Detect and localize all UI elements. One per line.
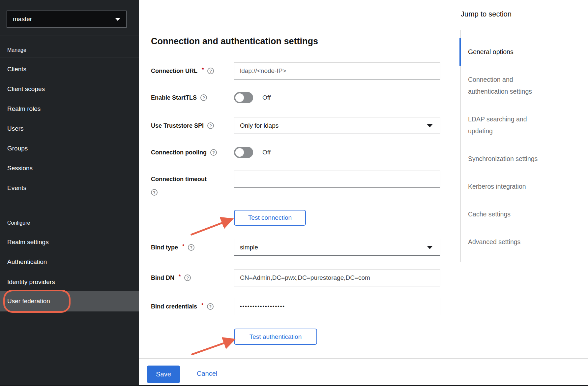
connection-pooling-state: Off (262, 149, 271, 156)
help-icon[interactable]: ? (207, 303, 214, 310)
sidebar-divider (0, 232, 139, 232)
sidebar-item-groups[interactable]: Groups (7, 144, 28, 153)
sidebar-section-configure: Configure (7, 218, 30, 228)
truststore-spi-value: Only for ldaps (240, 122, 279, 129)
connection-url-input[interactable] (234, 62, 440, 80)
truststore-spi-label: Use Truststore SPI ? (151, 117, 214, 134)
help-icon[interactable]: ? (207, 122, 214, 129)
save-button[interactable]: Save (147, 366, 180, 383)
required-asterisk: * (202, 67, 204, 73)
sidebar: master Manage Clients Client scopes Real… (0, 0, 139, 386)
connection-timeout-label: Connection timeout ? (151, 171, 207, 196)
sidebar-item-identity-providers[interactable]: Identity providers (7, 277, 55, 287)
jump-nav-heading: Jump to section (461, 10, 512, 18)
truststore-spi-select[interactable]: Only for ldaps (234, 117, 440, 134)
sidebar-item-user-federation-label: User federation (7, 296, 50, 306)
help-icon[interactable]: ? (200, 94, 207, 101)
annotation-arrow-test-connection (186, 213, 239, 239)
sidebar-item-user-federation[interactable]: User federation (0, 291, 139, 311)
sidebar-section-manage: Manage (7, 45, 26, 55)
test-authentication-button[interactable]: Test authentication (234, 329, 317, 345)
required-asterisk: * (182, 243, 184, 249)
sidebar-divider (0, 36, 139, 36)
help-icon[interactable]: ? (184, 274, 191, 281)
jump-link-ldap-searching[interactable]: LDAP searching and updating (468, 113, 550, 137)
toggle-knob (235, 148, 244, 157)
cancel-button[interactable]: Cancel (197, 370, 217, 377)
jump-link-connection-auth[interactable]: Connection and authentication settings (468, 74, 550, 97)
help-icon[interactable]: ? (151, 189, 158, 196)
help-icon[interactable]: ? (188, 244, 194, 251)
jump-link-kerberos[interactable]: Kerberos integration (468, 180, 550, 192)
required-asterisk: * (179, 274, 181, 280)
jump-link-synchronization[interactable]: Synchronization settings (468, 153, 550, 165)
bind-dn-label: Bind DN * ? (151, 269, 191, 286)
jump-link-general-options[interactable]: General options (468, 46, 550, 58)
help-icon[interactable]: ? (210, 149, 217, 156)
bind-dn-input[interactable] (234, 269, 440, 286)
footer-divider (139, 358, 588, 359)
enable-starttls-toggle[interactable] (234, 92, 253, 103)
page-title: Connection and authentication settings (151, 36, 318, 47)
sidebar-item-realm-settings[interactable]: Realm settings (7, 237, 49, 247)
sidebar-item-users[interactable]: Users (7, 124, 24, 134)
chevron-down-icon (427, 246, 433, 249)
enable-starttls-label: Enable StartTLS ? (151, 89, 207, 106)
jump-nav-active-indicator (459, 38, 461, 66)
test-connection-button[interactable]: Test connection (234, 210, 306, 226)
connection-pooling-label: Connection pooling ? (151, 144, 217, 161)
connection-timeout-input[interactable] (234, 171, 440, 188)
help-icon[interactable]: ? (207, 68, 214, 74)
bind-type-label: Bind type * ? (151, 239, 194, 256)
chevron-down-icon (427, 124, 433, 127)
bind-type-value: simple (240, 244, 258, 251)
realm-name: master (13, 16, 32, 23)
sidebar-item-authentication[interactable]: Authentication (7, 257, 47, 267)
realm-selector[interactable]: master (7, 11, 127, 28)
enable-starttls-state: Off (262, 94, 271, 101)
connection-pooling-toggle[interactable] (234, 147, 253, 158)
required-asterisk: * (201, 303, 203, 308)
bind-credentials-label: Bind credentials * ? (151, 298, 214, 315)
toggle-knob (235, 93, 244, 102)
sidebar-item-clients[interactable]: Clients (7, 64, 26, 74)
jump-link-cache[interactable]: Cache settings (468, 208, 550, 220)
sidebar-divider (0, 57, 139, 57)
bind-credentials-input[interactable] (234, 298, 440, 315)
sidebar-item-sessions[interactable]: Sessions (7, 163, 33, 173)
bind-type-select[interactable]: simple (234, 239, 440, 256)
chevron-down-icon (115, 18, 120, 21)
sidebar-item-client-scopes[interactable]: Client scopes (7, 84, 45, 94)
sidebar-item-realm-roles[interactable]: Realm roles (7, 104, 41, 114)
window-bottom-edge (0, 385, 588, 386)
jump-link-advanced[interactable]: Advanced settings (468, 236, 550, 248)
keycloak-admin-screen: master Manage Clients Client scopes Real… (0, 0, 588, 386)
sidebar-item-events[interactable]: Events (7, 183, 26, 193)
connection-url-label: Connection URL * ? (151, 62, 214, 80)
